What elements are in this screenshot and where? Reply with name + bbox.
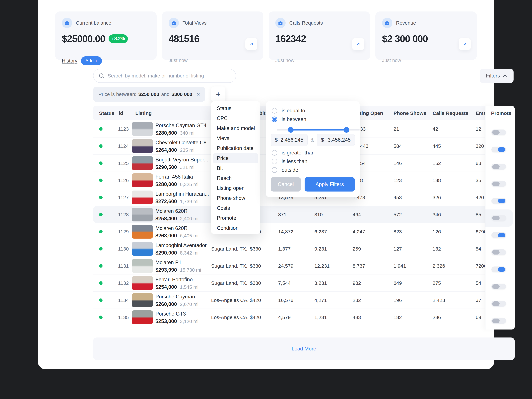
cell-listing-open: 483	[353, 309, 361, 326]
menu-item-status[interactable]: Status	[211, 103, 260, 113]
promote-toggle[interactable]	[491, 284, 506, 289]
radio-option-is-between[interactable]: is between	[272, 116, 306, 122]
card-label: Current balance	[76, 20, 111, 26]
menu-item-bit[interactable]: Bit	[211, 163, 260, 173]
promote-toggle[interactable]	[491, 198, 506, 204]
cell-email: 54	[476, 274, 481, 291]
promote-toggle[interactable]	[491, 249, 506, 255]
listing-row[interactable]: 1131Mclaren P1$293,99015,730 miSugar Lan…	[93, 257, 515, 274]
listing-row[interactable]: 1130Lamboghini Aventador$290,0008,342 mi…	[93, 240, 515, 257]
card-total-views: Total Vievs 481516 Just now	[162, 12, 263, 60]
listing-price: $280,600	[155, 130, 177, 136]
menu-item-condition[interactable]: Condition	[211, 223, 260, 233]
listing-row[interactable]: 1128Mclaren 620R$258,4002,400 mi87131046…	[93, 206, 515, 223]
menu-item-publication-date[interactable]: Publication date	[211, 143, 260, 153]
header-phone-shows: Phone Shows	[393, 106, 426, 120]
arrow-up-icon: ↑	[112, 36, 114, 41]
row-id: 1132	[118, 274, 129, 291]
cell-reach: 4,271	[314, 291, 327, 309]
listing-price: $272,600	[155, 198, 177, 204]
menu-item-promote[interactable]: Promote	[211, 213, 260, 223]
load-more-button[interactable]: Load More	[93, 337, 515, 360]
radio-selected-icon[interactable]	[272, 117, 277, 122]
menu-item-costs[interactable]: Costs	[211, 203, 260, 213]
listing-row[interactable]: 1135Porsche GT3$253,0003,120 miLos-Angel…	[93, 309, 515, 326]
price-filter-chip[interactable]: Price is between: $250 000 and $300 000 …	[93, 87, 205, 102]
cell-listing-open: 443	[360, 138, 368, 155]
radio-option-is-less-than[interactable]: is less than	[272, 158, 307, 165]
listing-thumbnail	[132, 156, 153, 170]
menu-item-vievs[interactable]: Vievs	[211, 133, 260, 143]
card-current-balance: Current balance $25000.00 ↑8.2% History …	[55, 12, 157, 60]
listing-thumbnail	[132, 208, 153, 222]
radio-option-outside[interactable]: outside	[272, 167, 298, 173]
chevron-up-icon	[503, 75, 507, 77]
radio-icon[interactable]	[272, 150, 277, 156]
row-id: 1127	[118, 189, 129, 206]
search-input[interactable]	[108, 73, 231, 79]
promote-toggle[interactable]	[491, 215, 506, 221]
radio-icon[interactable]	[272, 167, 277, 173]
listing-title: Porsche Cayman GT4	[155, 123, 207, 128]
menu-item-reach[interactable]: Reach	[211, 173, 260, 183]
card-caption: Just now	[275, 58, 294, 63]
radio-icon[interactable]	[272, 108, 277, 114]
radio-option-is-greater-than[interactable]: is greater than	[272, 150, 315, 156]
balance-value: $25000.00	[62, 33, 105, 44]
listing-price: $290,000	[155, 250, 177, 256]
promote-toggle[interactable]	[491, 266, 506, 272]
slider-handle-min[interactable]	[288, 127, 294, 133]
promote-toggle[interactable]	[491, 164, 506, 170]
apply-filters-button[interactable]: Apply Filters	[304, 177, 355, 191]
listing-row[interactable]: 1134Porsche Cayman$260,0002,670 miLos-An…	[93, 291, 515, 309]
menu-item-phone-show[interactable]: Phone show	[211, 193, 260, 203]
promote-toggle[interactable]	[491, 232, 506, 238]
listing-title: Ferrari 458 Italia	[155, 174, 198, 180]
cell-listing-open: 33	[360, 120, 366, 138]
cell-listing-open: 54	[360, 155, 366, 172]
menu-item-listing-open[interactable]: Listing open	[211, 183, 260, 193]
cell-phone-shows: 146	[393, 155, 402, 172]
listing-price: $280,000	[155, 181, 177, 187]
row-id: 1130	[118, 240, 129, 257]
briefcase-icon	[382, 18, 392, 28]
open-details-button[interactable]	[245, 38, 257, 50]
promote-toggle[interactable]	[491, 301, 506, 307]
promote-toggle[interactable]	[491, 181, 506, 187]
slider-handle-max[interactable]	[344, 127, 349, 133]
close-icon[interactable]: ×	[197, 91, 200, 97]
promote-toggle[interactable]	[491, 318, 506, 324]
max-amount-field[interactable]: $ 3,456,245	[317, 134, 355, 146]
add-funds-button[interactable]: Add +	[81, 56, 102, 65]
history-link[interactable]: History	[62, 58, 77, 64]
min-amount-field[interactable]: $ 2,456,245	[271, 134, 308, 146]
promote-toggle[interactable]	[491, 147, 506, 152]
menu-item-make-and-model[interactable]: Make and model	[211, 123, 260, 133]
open-details-button[interactable]	[352, 38, 364, 50]
views-value: 481516	[169, 33, 199, 44]
cell-calls-requests: 2,326	[433, 257, 445, 274]
listing-thumbnail	[132, 242, 153, 256]
listing-row[interactable]: 1129Mclaren 620R$268,0006,405 miLos-Ange…	[93, 223, 515, 240]
open-details-button[interactable]	[459, 38, 471, 50]
add-filter-button[interactable]: +	[211, 86, 225, 102]
cancel-button[interactable]: Cancel	[271, 177, 301, 191]
promote-toggle[interactable]	[491, 129, 506, 135]
cell-email: 54	[476, 240, 481, 257]
row-id: 1124	[118, 138, 129, 155]
radio-icon[interactable]	[272, 158, 277, 164]
menu-item-price[interactable]: Price	[213, 153, 258, 163]
cell-listing-open: 259	[353, 240, 361, 257]
toggle-knob	[492, 165, 500, 169]
cell-phone-shows: 21	[393, 120, 399, 138]
radio-label: outside	[282, 167, 298, 173]
filters-button[interactable]: Filters	[480, 69, 513, 83]
radio-option-is-equal-to[interactable]: is equal to	[272, 108, 305, 114]
cell-location: Los-Angeles CA.	[211, 309, 248, 326]
cell-calls-requests: 445	[433, 138, 441, 155]
listing-row[interactable]: 1132Ferrari Portofino$254,0001,545 miSug…	[93, 274, 515, 291]
listing-thumbnail	[132, 259, 153, 273]
cell-vievs: 1,377	[278, 240, 291, 257]
listing-mileage: 6,405 mi	[180, 233, 198, 239]
menu-item-cpc[interactable]: CPC	[211, 113, 260, 123]
